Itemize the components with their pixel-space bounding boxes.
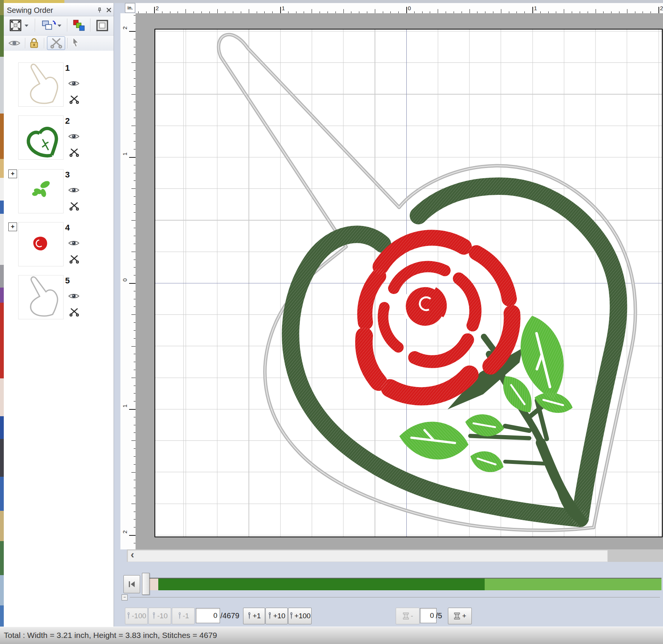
toolbar-separator xyxy=(90,19,90,32)
scrollbar-thumb[interactable] xyxy=(128,550,608,562)
fit-dropdown-icon[interactable] xyxy=(25,25,28,27)
ruler-tick xyxy=(627,9,627,13)
toolbar-separator xyxy=(67,38,68,48)
desktop-fragment xyxy=(0,477,4,511)
trim-scissors-button[interactable] xyxy=(47,36,65,50)
item-visibility-eye-icon[interactable] xyxy=(68,292,81,301)
item-visibility-eye-icon[interactable] xyxy=(68,187,81,195)
item-thumbnail[interactable] xyxy=(18,275,64,319)
close-icon[interactable] xyxy=(106,7,113,14)
current-stitch-input[interactable] xyxy=(196,608,220,623)
status-bar: Total : Width = 3.21 inch, Height = 3.83… xyxy=(0,627,663,644)
desktop-fragment xyxy=(0,265,4,288)
ruler-tick xyxy=(129,157,136,158)
ruler-tick xyxy=(658,7,659,13)
sequence-icon[interactable] xyxy=(42,20,56,33)
item-thumbnail[interactable] xyxy=(18,115,64,160)
fit-to-window-icon[interactable] xyxy=(9,19,22,33)
sequence-dropdown-icon[interactable] xyxy=(58,25,61,27)
scroll-left-icon[interactable]: ‹ xyxy=(131,549,134,561)
ruler-tick xyxy=(501,9,501,13)
ruler-tick xyxy=(131,62,136,63)
color-minus-button[interactable]: - xyxy=(396,608,420,624)
button-label: +10 xyxy=(273,612,285,620)
toolbar-separator xyxy=(25,38,25,48)
horizontal-scrollbar[interactable]: ‹ xyxy=(127,549,663,562)
button-label: -100 xyxy=(132,612,146,620)
item-trim-scissors-icon[interactable] xyxy=(69,255,80,264)
stitch-total-label: /4679 xyxy=(220,611,239,620)
stitch-plus-1-button[interactable]: +1 xyxy=(243,608,265,624)
item-trim-scissors-icon[interactable] xyxy=(69,202,80,212)
ruler-tick xyxy=(131,314,136,315)
ruler-tick xyxy=(217,9,218,13)
button-label: -10 xyxy=(157,612,167,620)
visibility-eye-icon[interactable] xyxy=(8,39,20,48)
design-canvas[interactable] xyxy=(136,13,663,549)
button-label: +1 xyxy=(253,612,261,620)
item-trim-scissors-icon[interactable] xyxy=(69,95,80,105)
desktop-fragment-strip xyxy=(0,0,4,644)
stitch-slider-handle[interactable] xyxy=(142,573,150,595)
item-trim-scissors-icon[interactable] xyxy=(69,308,80,317)
button-label: +100 xyxy=(295,612,311,620)
status-text: Total : Width = 3.21 inch, Height = 3.83… xyxy=(4,631,217,640)
ruler-tick xyxy=(596,9,596,13)
item-visibility-eye-icon[interactable] xyxy=(68,240,81,248)
pin-icon[interactable] xyxy=(97,7,103,14)
desktop-fragment xyxy=(0,114,4,159)
ruler-label: 2 xyxy=(660,5,663,11)
stitch-minus-100-button[interactable]: -100 xyxy=(125,608,148,624)
expand-toggle-icon[interactable]: + xyxy=(8,222,17,231)
ruler-label: 2 xyxy=(122,527,128,534)
desktop-fragment xyxy=(0,15,4,57)
rewind-to-start-button[interactable] xyxy=(123,575,140,593)
ruler-label: 1 xyxy=(122,149,128,156)
stitch-bar-segment-lightgreen xyxy=(485,578,661,590)
ruler-tick xyxy=(280,7,281,13)
stitch-minus-1-button[interactable]: -1 xyxy=(172,608,195,624)
collapse-toggle[interactable]: − xyxy=(122,594,128,600)
ruler-tick xyxy=(186,9,186,13)
window-top-strip xyxy=(0,0,663,3)
color-total-label: /5 xyxy=(436,611,442,620)
color-sort-icon[interactable] xyxy=(73,20,86,33)
desktop-fragment xyxy=(0,303,4,378)
stitch-minus-10-button[interactable]: -10 xyxy=(148,608,171,624)
item-trim-scissors-icon[interactable] xyxy=(69,148,80,158)
embroidery-design xyxy=(136,13,663,549)
item-visibility-eye-icon[interactable] xyxy=(68,133,81,141)
stitch-plus-10-button[interactable]: +10 xyxy=(265,608,288,624)
divider-line xyxy=(130,597,660,597)
ruler-tick xyxy=(129,535,136,536)
item-thumbnail[interactable] xyxy=(18,169,64,213)
desktop-fragment xyxy=(0,178,4,201)
item-visibility-eye-icon[interactable] xyxy=(68,80,81,88)
expand-toggle-icon[interactable]: + xyxy=(8,170,17,178)
item-number: 5 xyxy=(65,276,70,286)
panel-titlebar: Sewing Order xyxy=(4,5,114,16)
desktop-fragment xyxy=(0,201,4,214)
desktop-fragment xyxy=(0,214,4,265)
ruler-label: 1 xyxy=(282,5,285,11)
sewing-order-item-2: 2 xyxy=(4,115,114,165)
item-thumbnail[interactable] xyxy=(18,62,64,107)
ruler-tick xyxy=(131,188,136,189)
item-thumbnail[interactable] xyxy=(18,222,64,266)
button-label: -1 xyxy=(183,612,189,620)
current-color-input[interactable] xyxy=(420,608,437,623)
ruler-tick xyxy=(131,378,136,378)
desktop-fragment xyxy=(0,416,4,439)
ruler-tick xyxy=(131,504,136,504)
embroidery-app-window: { "sidebar": { "title": "Sewing Order", … xyxy=(0,0,663,644)
stitch-plus-100-button[interactable]: +100 xyxy=(288,608,312,624)
desktop-fragment xyxy=(0,288,4,303)
select-cursor-icon[interactable] xyxy=(71,37,80,50)
color-plus-button[interactable]: + xyxy=(448,608,472,624)
hoop-icon[interactable] xyxy=(96,20,109,33)
sewing-order-item-5: 5 xyxy=(4,275,114,324)
toolbar-separator xyxy=(44,38,44,48)
ruler-unit-box[interactable]: in. xyxy=(125,3,135,13)
item-number: 1 xyxy=(65,63,70,73)
lock-icon[interactable] xyxy=(29,37,39,50)
